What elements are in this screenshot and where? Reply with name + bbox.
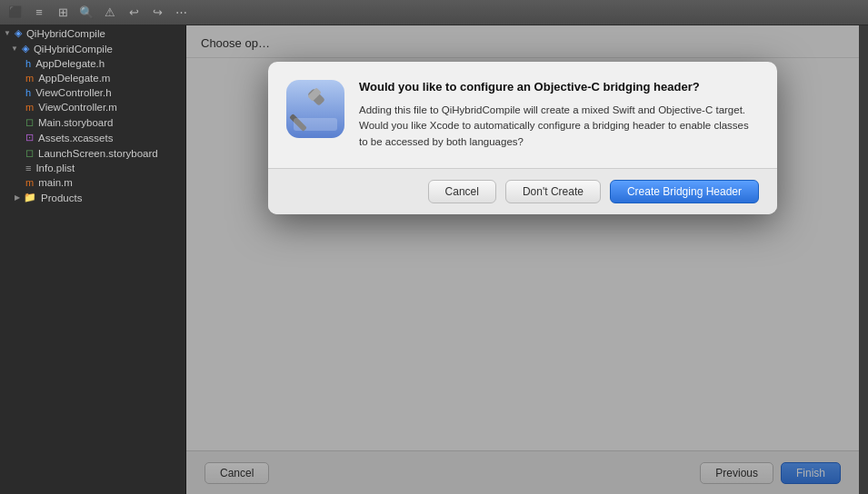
sidebar-item-info-plist[interactable]: ≡ Info.plist <box>22 161 185 175</box>
sidebar-products-label: Products <box>41 193 82 203</box>
file-label: Info.plist <box>35 163 75 173</box>
sidebar: ▼ ◈ QiHybridCompile ▼ ◈ QiHybridCompile … <box>0 25 186 494</box>
center-panel: Choose op… Class: Subclass of: NSObject … <box>186 25 859 494</box>
sidebar-item-appdelegate-m[interactable]: m AppDelegate.m <box>22 71 185 85</box>
toolbar-icon-2[interactable]: ≡ <box>31 5 47 21</box>
sidebar-item-main-storyboard[interactable]: ◻ Main.storyboard <box>22 114 185 130</box>
toolbar-icon-4[interactable]: 🔍 <box>78 5 95 21</box>
toolbar-icon-1[interactable]: ⬛ <box>7 5 24 21</box>
sidebar-root-label: QiHybridCompile <box>26 28 105 39</box>
toolbar: ⬛ ≡ ⊞ 🔍 ⚠ ↩ ↪ ⋯ <box>0 0 868 25</box>
main-area: ▼ ◈ QiHybridCompile ▼ ◈ QiHybridCompile … <box>0 25 868 494</box>
sidebar-item-viewcontroller-h[interactable]: h ViewController.h <box>22 85 185 100</box>
sidebar-group-label: QiHybridCompile <box>34 44 113 54</box>
assets-icon: ⊡ <box>25 132 34 143</box>
root-icon: ◈ <box>15 27 22 39</box>
toolbar-icon-5[interactable]: ⚠ <box>102 5 118 21</box>
sidebar-group: ▼ ◈ QiHybridCompile h AppDelegate.h m Ap… <box>0 41 185 205</box>
file-label: LaunchScreen.storyboard <box>38 148 158 159</box>
triangle-icon-2: ▼ <box>11 44 18 53</box>
folder-icon: 📁 <box>24 192 36 203</box>
modal-cancel-button[interactable]: Cancel <box>428 180 496 203</box>
file-label: ViewController.h <box>35 87 112 98</box>
toolbar-icon-7[interactable]: ↪ <box>149 5 165 21</box>
modal-create-bridging-button[interactable]: Create Bridging Header <box>610 180 759 203</box>
triangle-icon: ▼ <box>4 29 11 37</box>
file-label: main.m <box>38 177 73 188</box>
modal-dialog: Would you like to configure an Objective… <box>268 62 777 214</box>
file-label: Main.storyboard <box>38 117 113 128</box>
storyboard-icon: ◻ <box>25 116 34 128</box>
modal-overlay: Would you like to configure an Objective… <box>186 25 859 494</box>
toolbar-icon-8[interactable]: ⋯ <box>173 5 189 21</box>
sidebar-item-appdelegate-h[interactable]: h AppDelegate.h <box>22 56 185 71</box>
group-icon: ◈ <box>22 43 29 54</box>
sidebar-item-products[interactable]: ▶ 📁 Products <box>7 190 185 205</box>
toolbar-icon-6[interactable]: ↩ <box>125 5 142 21</box>
toolbar-icon-3[interactable]: ⊞ <box>55 5 71 21</box>
m-icon-3: m <box>25 177 34 188</box>
m-icon-2: m <box>25 102 34 113</box>
file-label: ViewController.m <box>38 102 117 113</box>
file-label: AppDelegate.m <box>38 73 110 84</box>
sidebar-item-main-m[interactable]: m main.m <box>22 175 185 190</box>
h-icon: h <box>25 58 31 69</box>
file-label: Assets.xcassets <box>38 133 113 143</box>
right-gutter <box>859 25 868 494</box>
triangle-icon-3: ▶ <box>15 193 20 202</box>
modal-body: Would you like to configure an Objective… <box>359 80 759 150</box>
modal-buttons: Cancel Don't Create Create Bridging Head… <box>268 168 777 214</box>
modal-title: Would you like to configure an Objective… <box>359 80 759 94</box>
plist-icon: ≡ <box>25 163 31 173</box>
m-icon: m <box>25 73 34 84</box>
sidebar-item-assets[interactable]: ⊡ Assets.xcassets <box>22 130 185 145</box>
sidebar-item-root[interactable]: ▼ ◈ QiHybridCompile <box>0 25 185 41</box>
modal-xcode-icon <box>286 80 344 138</box>
h-icon-2: h <box>25 87 31 98</box>
sidebar-item-launchscreen[interactable]: ◻ LaunchScreen.storyboard <box>22 145 185 161</box>
modal-dont-create-button[interactable]: Don't Create <box>505 180 601 203</box>
sidebar-item-viewcontroller-m[interactable]: m ViewController.m <box>22 100 185 114</box>
file-label: AppDelegate.h <box>35 58 105 69</box>
storyboard-icon-2: ◻ <box>25 147 34 159</box>
modal-content: Would you like to configure an Objective… <box>268 62 777 168</box>
sidebar-item-group[interactable]: ▼ ◈ QiHybridCompile <box>7 41 185 56</box>
modal-body-text: Adding this file to QiHybridCompile will… <box>359 103 759 150</box>
svg-rect-4 <box>294 118 337 131</box>
sidebar-files: h AppDelegate.h m AppDelegate.m h ViewCo… <box>7 56 185 190</box>
